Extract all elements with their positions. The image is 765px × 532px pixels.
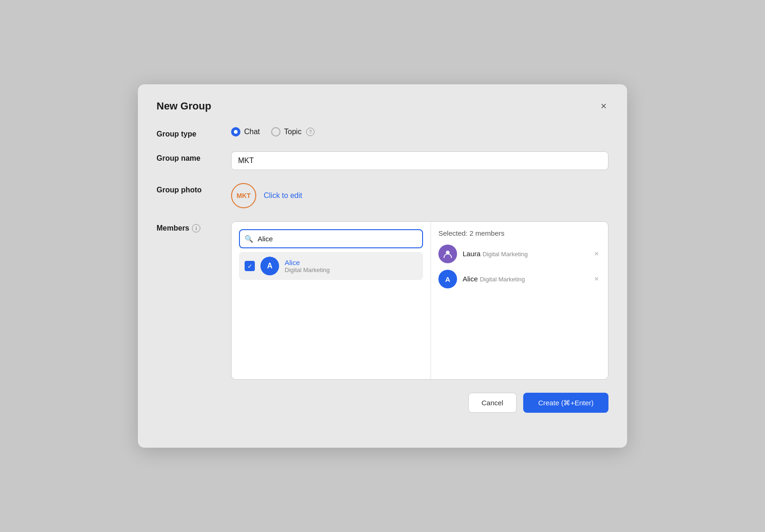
group-type-row: Group type Chat Topic ? — [157, 127, 608, 138]
remove-laura-button[interactable]: × — [593, 248, 601, 259]
result-name: Alice — [285, 259, 330, 266]
cancel-button[interactable]: Cancel — [468, 393, 517, 413]
member-avatar-alice: A — [438, 270, 457, 288]
selected-member-laura: Laura Digital Marketing × — [438, 245, 601, 263]
member-search-input[interactable] — [239, 229, 423, 248]
selected-members-panel: Selected: 2 members Laura Digital Market… — [431, 222, 608, 379]
members-panel: 🔍 ✓ A Alice Digital Marketing — [231, 221, 608, 380]
result-dept: Digital Marketing — [285, 266, 330, 273]
radio-chat-circle — [231, 127, 240, 136]
result-checkbox: ✓ — [245, 261, 255, 271]
close-button[interactable]: × — [599, 99, 608, 113]
members-label-container: Members i — [157, 221, 231, 232]
members-label-group: Members i — [157, 224, 231, 232]
dialog-header: New Group × — [157, 99, 608, 113]
result-info: Alice Digital Marketing — [285, 259, 330, 273]
selected-member-alice: A Alice Digital Marketing × — [438, 270, 601, 288]
member-name-laura: Laura — [463, 250, 480, 258]
group-type-content: Chat Topic ? — [231, 127, 608, 136]
member-dept-laura: Digital Marketing — [483, 251, 528, 258]
result-avatar: A — [260, 257, 279, 275]
members-search-panel: 🔍 ✓ A Alice Digital Marketing — [232, 222, 431, 379]
checkmark-icon: ✓ — [247, 263, 253, 270]
radio-chat-label: Chat — [244, 128, 260, 136]
create-button[interactable]: Create (⌘+Enter) — [523, 393, 608, 413]
dialog-footer: Cancel Create (⌘+Enter) — [157, 393, 608, 413]
group-type-label: Group type — [157, 127, 231, 138]
member-info-alice: Alice Digital Marketing — [463, 275, 587, 283]
member-avatar-laura — [438, 245, 457, 263]
group-name-input[interactable] — [231, 151, 608, 170]
group-photo-content: MKT Click to edit — [231, 183, 608, 208]
topic-help-icon[interactable]: ? — [306, 128, 314, 136]
member-name-alice: Alice — [463, 275, 478, 283]
members-row: Members i 🔍 ✓ A — [157, 221, 608, 380]
members-content: 🔍 ✓ A Alice Digital Marketing — [231, 221, 608, 380]
member-info-laura: Laura Digital Marketing — [463, 250, 587, 258]
group-name-label: Group name — [157, 151, 231, 163]
click-to-edit-link[interactable]: Click to edit — [264, 191, 302, 200]
selected-header: Selected: 2 members — [438, 229, 601, 237]
radio-group: Chat Topic ? — [231, 127, 608, 136]
member-dept-alice: Digital Marketing — [480, 276, 525, 283]
remove-alice-button[interactable]: × — [593, 273, 601, 285]
members-info-icon[interactable]: i — [192, 224, 200, 232]
dialog-title: New Group — [157, 100, 211, 112]
group-name-row: Group name — [157, 151, 608, 170]
radio-chat[interactable]: Chat — [231, 127, 260, 136]
search-icon: 🔍 — [245, 235, 253, 243]
radio-topic-label: Topic — [284, 128, 301, 136]
photo-section: MKT Click to edit — [231, 183, 608, 208]
group-photo-row: Group photo MKT Click to edit — [157, 183, 608, 208]
new-group-dialog: New Group × Group type Chat Topic ? Grou… — [138, 84, 627, 448]
radio-topic[interactable]: Topic ? — [271, 127, 314, 136]
radio-topic-circle — [271, 127, 280, 136]
group-photo-avatar[interactable]: MKT — [231, 183, 256, 208]
search-result-item[interactable]: ✓ A Alice Digital Marketing — [239, 252, 423, 280]
members-label-text: Members — [157, 224, 189, 232]
group-photo-label: Group photo — [157, 183, 231, 194]
group-name-content — [231, 151, 608, 170]
search-container: 🔍 — [239, 229, 423, 248]
